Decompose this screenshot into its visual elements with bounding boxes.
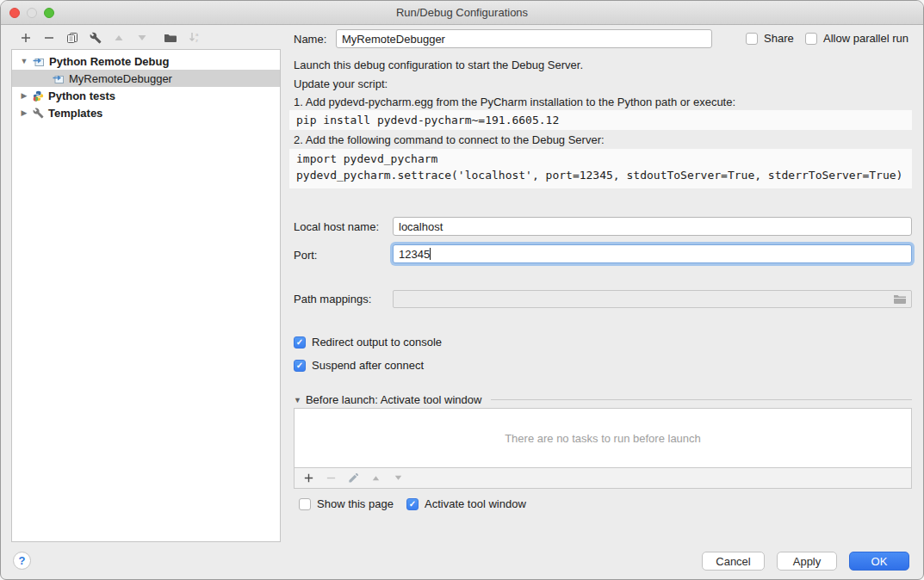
redirect-output-checkbox[interactable]: ✓ [294, 336, 306, 349]
instruction-line-1: Launch this debug configuration to start… [294, 59, 583, 71]
tree-item-label: Templates [48, 107, 102, 120]
question-mark-icon: ? [19, 554, 26, 567]
tree-item-templates[interactable]: ▶ Templates [12, 104, 280, 121]
instruction-line-2: Update your script: [294, 77, 388, 90]
tree-item-label: MyRemoteDebugger [69, 72, 172, 85]
move-task-down-button [391, 472, 405, 485]
move-up-button [112, 31, 126, 45]
allow-parallel-checkbox-row[interactable]: Allow parallel run [805, 32, 908, 45]
pencil-icon [348, 472, 359, 484]
suspend-after-connect-checkbox[interactable]: ✓ [294, 360, 306, 372]
port-label: Port: [294, 249, 317, 262]
copy-icon [66, 32, 78, 44]
cancel-button[interactable]: Cancel [702, 552, 765, 571]
show-this-page-label: Show this page [317, 497, 394, 510]
collapse-arrow-icon[interactable]: ▼ [294, 396, 301, 404]
move-task-up-button [369, 472, 382, 485]
before-launch-title: Before launch: Activate tool window [306, 393, 482, 406]
edit-defaults-button[interactable] [89, 31, 102, 45]
minus-icon [326, 472, 337, 484]
run-debug-configurations-dialog: Run/Debug Configurations [0, 0, 924, 580]
arrow-up-icon [370, 472, 381, 484]
expand-arrow-icon[interactable]: ▶ [19, 108, 29, 117]
task-list-toolbar [295, 467, 911, 488]
expand-arrow-icon[interactable]: ▶ [19, 91, 29, 100]
activate-tool-window-checkbox[interactable]: ✓ [406, 498, 419, 510]
path-mappings-field[interactable] [393, 290, 912, 308]
port-input[interactable] [393, 244, 912, 263]
new-folder-icon [164, 32, 177, 44]
sort-az-icon: a z [188, 31, 201, 44]
new-folder-button[interactable] [164, 31, 177, 45]
suspend-after-connect-label: Suspend after connect [312, 359, 424, 372]
show-this-page-row[interactable]: Show this page [299, 497, 394, 510]
tree-item-python-tests[interactable]: ▶ Python tests [12, 87, 280, 104]
collapse-arrow-icon[interactable]: ▼ [19, 57, 29, 65]
tree-item-python-remote-debug[interactable]: ▼ Python Remote Debug [12, 52, 280, 70]
templates-wrench-icon [33, 108, 44, 119]
instruction-step-2: 2. Add the following command to connect … [294, 133, 605, 146]
configuration-editor: Name: Share Allow parallel run Launch th… [291, 25, 912, 542]
configurations-toolbar: a z [11, 26, 281, 49]
python-tests-icon [33, 90, 44, 102]
folder-icon [893, 293, 907, 305]
before-launch-task-list: There are no tasks to run before launch [294, 408, 912, 489]
edit-task-button [346, 472, 360, 485]
plus-icon [303, 472, 314, 484]
text-caret [430, 248, 431, 260]
configurations-tree: ▼ Python Remote Debug MyRemoteDebugger [11, 49, 281, 542]
remote-debug-icon [53, 73, 65, 84]
redirect-output-row[interactable]: ✓ Redirect output to console [294, 336, 442, 349]
window-title: Run/Debug Configurations [1, 6, 923, 19]
apply-button[interactable]: Apply [777, 552, 837, 571]
redirect-output-label: Redirect output to console [312, 336, 442, 349]
code-line-settrace: pydevd_pycharm.settrace('localhost', por… [296, 169, 902, 182]
activate-tool-window-label: Activate tool window [425, 497, 526, 510]
share-checkbox[interactable] [746, 33, 758, 45]
tree-item-myremotedebugger[interactable]: MyRemoteDebugger [12, 70, 280, 87]
tree-item-label: Python tests [48, 89, 115, 102]
allow-parallel-run-label: Allow parallel run [823, 32, 908, 45]
help-button[interactable]: ? [13, 552, 31, 570]
name-label: Name: [294, 33, 326, 46]
allow-parallel-run-checkbox[interactable] [805, 33, 817, 45]
dialog-buttons: Cancel Apply OK [702, 552, 909, 571]
pip-install-code: pip install pydevd-pycharm~=191.6605.12 [289, 110, 912, 130]
tree-item-label: Python Remote Debug [49, 55, 169, 68]
activate-tool-window-row[interactable]: ✓ Activate tool window [406, 497, 526, 510]
suspend-after-connect-row[interactable]: ✓ Suspend after connect [294, 359, 424, 372]
share-label: Share [764, 32, 794, 45]
settrace-code-block: import pydevd_pycharmpydevd_pycharm.sett… [289, 149, 912, 188]
browse-folder-button[interactable] [893, 293, 907, 307]
ok-button[interactable]: OK [849, 552, 909, 571]
remote-debug-icon [33, 56, 45, 67]
local-host-label: Local host name: [294, 220, 379, 233]
before-launch-section-header[interactable]: ▼ Before launch: Activate tool window [294, 393, 912, 406]
code-line-import: import pydevd_pycharm [296, 152, 437, 165]
add-configuration-button[interactable] [19, 31, 33, 45]
arrow-down-icon [393, 472, 404, 484]
remove-configuration-button[interactable] [42, 31, 56, 45]
sort-configurations-button: a z [187, 31, 201, 45]
arrow-down-icon [136, 32, 148, 44]
name-input[interactable] [336, 29, 712, 48]
empty-task-list-text: There are no tasks to run before launch [295, 409, 911, 467]
svg-text:a: a [195, 32, 199, 37]
section-divider [491, 399, 912, 400]
copy-configuration-button[interactable] [65, 31, 79, 45]
local-host-input[interactable] [393, 217, 912, 236]
minus-icon [43, 32, 55, 44]
title-bar: Run/Debug Configurations [1, 1, 923, 25]
arrow-up-icon [113, 32, 125, 44]
remove-task-button [324, 472, 338, 485]
share-checkbox-row[interactable]: Share [746, 32, 794, 45]
wrench-icon [90, 32, 102, 44]
add-task-button[interactable] [301, 472, 315, 485]
port-field-wrapper [393, 244, 912, 263]
path-mappings-label: Path mappings: [294, 293, 371, 305]
svg-text:z: z [195, 38, 198, 43]
plus-icon [20, 32, 32, 44]
instruction-step-1: 1. Add pydevd-pycharm.egg from the PyCha… [294, 96, 735, 108]
move-down-button [135, 31, 149, 45]
show-this-page-checkbox[interactable] [299, 498, 311, 510]
